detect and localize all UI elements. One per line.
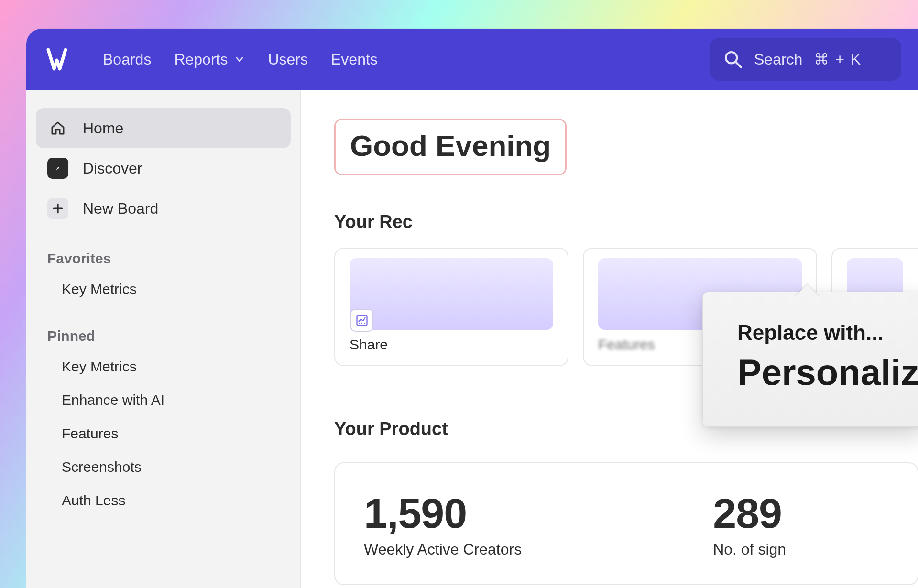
main-content: Good Evening Your Rec Share Features [301,90,918,588]
sidebar-item-label: Home [83,120,123,137]
recent-card-thumb [350,258,553,330]
chevron-down-icon [234,54,245,65]
svg-point-6 [364,323,365,324]
nav-events[interactable]: Events [331,51,378,68]
sidebar-pin-auth-less[interactable]: Auth Less [36,484,291,517]
metric-block: 1,590 Weekly Active Creators [364,489,522,558]
sidebar-section-favorites: Favorites [36,250,291,272]
metric-value: 289 [713,489,786,538]
product-metrics-card: 1,590 Weekly Active Creators 289 No. of … [334,462,918,585]
metric-value: 1,590 [364,489,522,538]
replace-popover[interactable]: Replace with... Personalized demo for Jo… [702,292,918,427]
nav-reports-label: Reports [174,51,228,68]
sidebar-pin-enhance-ai[interactable]: Enhance with AI [36,383,291,417]
sidebar-pin-screenshots[interactable]: Screenshots [36,450,291,484]
svg-point-4 [359,323,360,324]
sidebar-pin-features[interactable]: Features [36,417,291,450]
svg-line-1 [736,62,741,67]
chart-icon [350,309,373,332]
recent-card-share[interactable]: Share [334,248,568,366]
search-icon [723,50,743,69]
body: Home Discover New Board Favorites Key Me… [26,90,918,588]
search-shortcut: ⌘ + K [814,50,862,68]
metric-block: 289 No. of sign [713,489,786,558]
sidebar-item-new-board[interactable]: New Board [36,188,291,229]
sidebar: Home Discover New Board Favorites Key Me… [26,90,301,588]
nav-boards[interactable]: Boards [103,51,151,68]
compass-icon [47,158,68,179]
sidebar-item-label: New Board [83,200,158,218]
sidebar-section-pinned: Pinned [36,328,291,350]
svg-point-5 [361,323,362,324]
popover-label: Replace with... [737,321,889,345]
top-nav: Boards Reports Users Events Search ⌘ + K [26,29,918,90]
metric-label: No. of sign [713,541,786,558]
metric-label: Weekly Active Creators [364,541,522,558]
greeting-highlight[interactable]: Good Evening [334,119,567,175]
sidebar-item-discover[interactable]: Discover [36,148,291,188]
search-label: Search [754,51,802,68]
app-window: Boards Reports Users Events Search ⌘ + K… [26,29,918,588]
popover-value: Personalized demo for Joh [737,351,889,393]
recent-card-title: Share [350,337,553,353]
recent-section-title: Your Rec [334,212,918,232]
sidebar-pin-key-metrics[interactable]: Key Metrics [36,350,291,383]
plus-icon [47,198,68,219]
nav-users[interactable]: Users [268,51,308,68]
sidebar-item-label: Discover [83,160,142,177]
sidebar-item-home[interactable]: Home [36,108,291,148]
sidebar-fav-key-metrics[interactable]: Key Metrics [36,272,291,306]
greeting-text: Good Evening [350,129,551,163]
search-input[interactable]: Search ⌘ + K [710,38,901,81]
app-logo [44,46,70,73]
nav-reports[interactable]: Reports [174,51,245,68]
home-icon [47,118,68,139]
